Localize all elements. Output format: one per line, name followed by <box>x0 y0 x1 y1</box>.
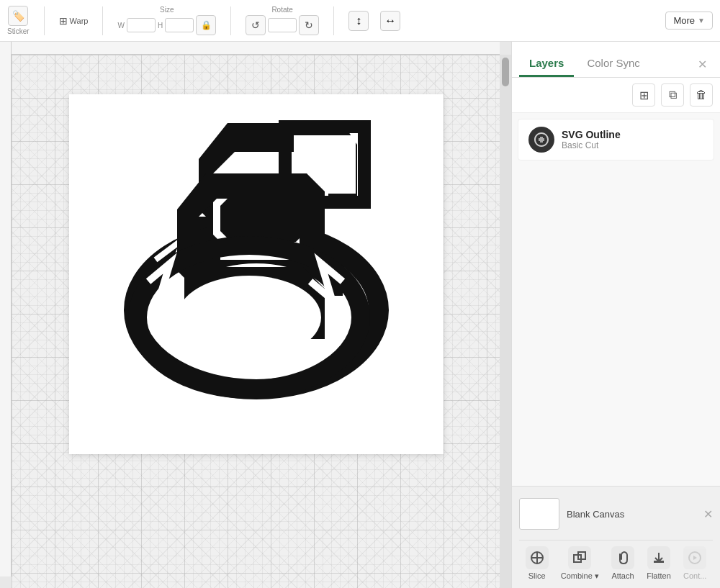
delete-layer-btn[interactable]: 🗑 <box>690 83 713 107</box>
tick-10: 10 <box>126 54 133 55</box>
size-input-row: W H 🔒 <box>117 15 216 35</box>
sep1 <box>44 6 45 35</box>
delete-layer-icon: 🗑 <box>696 89 707 101</box>
scrollbar-right[interactable] <box>500 55 511 588</box>
sep4 <box>333 6 334 35</box>
ruler-top: 8 9 10 11 12 13 14 15 <box>0 42 500 55</box>
layer-thumbnail <box>528 127 554 153</box>
attach-label: Attach <box>611 571 634 580</box>
svg-point-5 <box>177 276 321 359</box>
combine-label: Combine ▾ <box>561 571 599 581</box>
ruler-left <box>0 42 12 576</box>
tick-15: 15 <box>378 54 385 55</box>
layer-name: SVG Outline <box>562 129 703 140</box>
tick-13: 13 <box>277 54 284 55</box>
width-icon: W <box>117 22 124 30</box>
rotate-label: Rotate <box>271 6 292 14</box>
layer-sub: Basic Cut <box>562 140 703 150</box>
size-group: Size W H 🔒 <box>117 6 216 35</box>
tab-color-sync[interactable]: Color Sync <box>577 51 649 77</box>
main-area: 8 9 10 11 12 13 14 15 <box>0 42 720 588</box>
tab-layers[interactable]: Layers <box>519 51 574 77</box>
blank-canvas-row: Blank Canvas ✕ <box>519 494 713 534</box>
more-arrow-icon: ▼ <box>698 17 705 24</box>
sticker-icon-btn[interactable]: 🏷️ <box>8 6 28 26</box>
flatten-icon <box>647 546 670 569</box>
duplicate-layer-btn[interactable]: ⧉ <box>661 83 684 107</box>
layer-info: SVG Outline Basic Cut <box>562 129 703 150</box>
lock-icon[interactable]: 🔒 <box>196 15 216 35</box>
right-panel: Layers Color Sync ✕ ⊞ ⧉ 🗑 <box>511 42 720 588</box>
tick-11: 11 <box>176 54 184 55</box>
duplicate-layer-icon: ⧉ <box>669 89 677 101</box>
more-button[interactable]: More ▼ <box>665 12 713 30</box>
canvas-area[interactable]: 8 9 10 11 12 13 14 15 <box>0 42 511 588</box>
add-layer-btn[interactable]: ⊞ <box>632 83 655 107</box>
canvas-grid <box>12 55 500 588</box>
rotate-right-btn[interactable]: ↻ <box>299 15 319 35</box>
sticker-group: 🏷️ Sticker <box>7 6 30 35</box>
panel-bottom: Blank Canvas ✕ Slice Combine ▾ <box>512 486 720 588</box>
combine-icon <box>568 546 591 569</box>
height-icon: H <box>158 22 163 30</box>
scrollbar-thumb[interactable] <box>502 58 509 86</box>
flip-h-btn[interactable]: ↔ <box>380 11 400 31</box>
tick-9: 9 <box>77 54 81 55</box>
blank-canvas-thumbnail <box>519 498 559 530</box>
combine-action[interactable]: Combine ▾ <box>561 546 599 581</box>
rotate-input[interactable] <box>268 18 297 32</box>
slice-action[interactable]: Slice <box>526 546 549 581</box>
warp-label: Warp <box>70 17 89 25</box>
sep2 <box>102 6 103 35</box>
flatten-label: Flatten <box>647 571 671 580</box>
sep3 <box>230 6 231 35</box>
flip-v-btn[interactable]: ↕ <box>348 11 369 31</box>
attach-icon <box>611 546 634 569</box>
sticker-label: Sticker <box>7 27 30 35</box>
flatten-action[interactable]: Flatten <box>647 546 671 581</box>
layer-thumb-icon <box>533 131 550 148</box>
slice-label: Slice <box>528 571 546 580</box>
cont-label: Cont... <box>683 571 706 580</box>
slice-icon <box>526 546 549 569</box>
design-svg <box>76 101 436 447</box>
tab-color-sync-label: Color Sync <box>587 57 639 69</box>
width-input[interactable] <box>127 18 156 32</box>
blank-canvas-close-icon[interactable]: ✕ <box>703 507 713 521</box>
blank-canvas-label: Blank Canvas <box>567 509 624 520</box>
add-layer-icon: ⊞ <box>639 89 649 102</box>
more-label: More <box>673 15 695 26</box>
panel-actions: ⊞ ⧉ 🗑 <box>512 78 720 113</box>
warp-group: ⊞ Warp <box>59 15 89 27</box>
panel-close-btn[interactable]: ✕ <box>692 52 713 77</box>
layer-item[interactable]: SVG Outline Basic Cut <box>518 119 714 160</box>
attach-action[interactable]: Attach <box>611 546 634 581</box>
tick-12: 12 <box>227 54 234 55</box>
cont-action[interactable]: Cont... <box>683 546 706 581</box>
rotate-input-row: ↺ ↻ <box>246 15 319 35</box>
panel-bottom-actions: Slice Combine ▾ Attach <box>519 540 713 581</box>
tick-14: 14 <box>328 54 335 55</box>
toolbar: 🏷️ Sticker ⊞ Warp Size W H 🔒 Rotate ↺ ↻ … <box>0 0 720 42</box>
tab-layers-label: Layers <box>529 57 564 69</box>
rotate-group: Rotate ↺ ↻ <box>246 6 319 35</box>
panel-tabs: Layers Color Sync ✕ <box>512 42 720 78</box>
size-label: Size <box>160 6 174 14</box>
cont-icon <box>683 546 706 569</box>
height-input[interactable] <box>165 18 194 32</box>
rotate-left-btn[interactable]: ↺ <box>246 15 266 35</box>
tick-8: 8 <box>27 54 30 55</box>
warp-icon: ⊞ <box>59 15 68 27</box>
warp-input-row: ⊞ Warp <box>59 15 89 27</box>
